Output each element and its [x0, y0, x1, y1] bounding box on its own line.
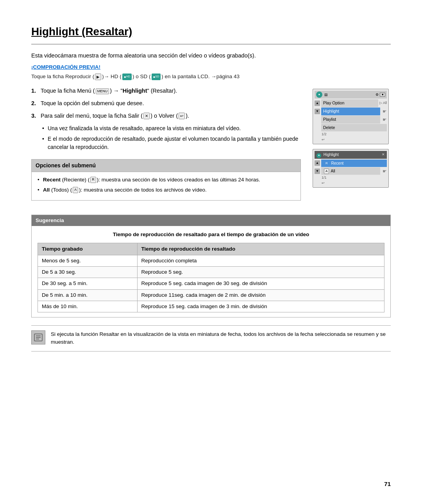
step-1: 1. Toque la ficha Menú (MENU) → "Highlig…: [31, 87, 301, 95]
cell-tiempo-1: De 5 a 30 seg.: [38, 267, 138, 278]
recent-item: R Recent: [321, 160, 387, 167]
intro-text: Esta videocámara muestra de forma aleato…: [31, 52, 391, 60]
step-2: 2. Toque la opción del submenú que desee…: [31, 99, 301, 108]
menu-nav-2: ▲ R Recent ▼ A All ☛: [315, 160, 387, 176]
menu-main-icon: ●: [316, 91, 322, 98]
nav-down-2: ▼: [315, 169, 320, 174]
col-tiempo-reproduccion: Tiempo de reproducción de resaltado: [137, 243, 384, 255]
highlight-item: Highlight: [321, 108, 380, 115]
note-box: Si ejecuta la función Resaltar en la vis…: [31, 325, 391, 352]
step-3: 3. Para salir del menú, toque la ficha S…: [31, 112, 301, 120]
sugerencia-box: Sugerencia Tiempo de reproducción de res…: [31, 215, 391, 317]
all-item: A All: [321, 167, 380, 175]
menu-nav-1: ▲ Play Option ▷ All ▼ Highlight ☛ Playli…: [315, 99, 387, 132]
table-row: De 30 seg. a 5 min. Reproduce 5 seg. cad…: [38, 278, 384, 289]
page-indicator-2: 1/1: [315, 175, 387, 181]
cell-tiempo-2: De 30 seg. a 5 min.: [38, 278, 138, 289]
steps-list: 1. Toque la ficha Menú (MENU) → "Highlig…: [31, 87, 301, 120]
play-option-right: ▷ All: [379, 100, 387, 106]
menu-header-1: ● ▤ ⚙ ■: [315, 91, 387, 99]
submenu-all: All (Todos) (A): muestra una sección de …: [38, 186, 295, 194]
table-header: Tiempo grabado Tiempo de reproducción de…: [38, 243, 384, 255]
play-option-row: ▲ Play Option ▷ All: [315, 99, 387, 107]
cell-tiempo-3: De 5 min. a 10 min.: [38, 289, 138, 301]
sugerencia-title: Sugerencia: [32, 215, 390, 226]
highlight-row: ▼ Highlight ☛: [315, 108, 387, 115]
close-icon: ✕: [382, 152, 385, 158]
note-text: Si ejecuta la función Resaltar en la vis…: [51, 330, 391, 346]
cell-repro-4: Reproduce 15 seg. cada imagen de 3 min. …: [137, 301, 384, 312]
submenu-box-title: Opciones del submenú: [32, 160, 300, 172]
menu-header-icons: ⚙ ■: [376, 92, 385, 98]
table-row: De 5 a 30 seg. Reproduce 5 seg.: [38, 267, 384, 278]
submenu-box: Opciones del submenú Recent (Reciente) (…: [31, 159, 301, 201]
nav-up-2: ▲: [315, 160, 320, 166]
recent-row: ▲ R Recent: [315, 160, 387, 167]
cell-repro-2: Reproduce 5 seg. cada imagen de 30 seg. …: [137, 278, 384, 289]
left-content: 1. Toque la ficha Menú (MENU) → "Highlig…: [31, 87, 301, 207]
submenu-recent: Recent (Reciente) (R): muestra una secci…: [38, 176, 295, 184]
delete-row: Delete: [315, 124, 387, 132]
menu-icon-2: ●: [316, 153, 321, 158]
table-row: Menos de 5 seg. Reproducción completa: [38, 255, 384, 266]
nav-down-arrow: ▼: [315, 109, 320, 114]
menu-ui-1: ● ▤ ⚙ ■ ▲ Play Option ▷ All ▼ Highlight: [313, 89, 389, 144]
sugerencia-content: Tiempo de reproducción de resaltado para…: [32, 226, 390, 317]
nav-up-arrow: ▲: [315, 100, 320, 106]
back-1: ↩: [315, 137, 387, 143]
comprobacion-link: ¡COMPROBACIÓN PREVIA!: [31, 63, 391, 71]
menu-ui-2: ● Highlight ✕ ▲ R Recent ▼ A Al: [313, 149, 389, 188]
note-icon: [31, 330, 45, 344]
sub-bullets: Una vez finalizada la vista de resaltado…: [42, 124, 301, 151]
page-indicator-1: 1/2: [315, 132, 387, 137]
submenu-options: Recent (Reciente) (R): muestra una secci…: [32, 172, 300, 201]
menu-title-bar-2: ● Highlight ✕: [315, 151, 387, 158]
header-icon-battery: ■: [380, 93, 385, 97]
cell-repro-1: Reproduce 5 seg.: [137, 267, 384, 278]
touch-1: ☛: [383, 108, 387, 115]
table-row: De 5 min. a 10 min. Reproduce 11seg. cad…: [38, 289, 384, 301]
back-2: ↩: [315, 181, 387, 186]
cell-tiempo-0: Menos de 5 seg.: [38, 255, 138, 266]
sub-bullet-1: Una vez finalizada la vista de resaltado…: [42, 124, 301, 133]
play-option-item: Play Option: [321, 99, 378, 107]
cell-repro-3: Reproduce 11seg. cada imagen de 2 min. d…: [137, 289, 384, 301]
table-body: Menos de 5 seg. Reproducción completa De…: [38, 255, 384, 312]
sugerencia-table: Tiempo grabado Tiempo de reproducción de…: [38, 243, 384, 313]
sugerencia-subtitle: Tiempo de reproducción de resaltado para…: [38, 231, 384, 239]
playlist-item: Playlist: [321, 116, 380, 124]
touch-3: ☛: [383, 168, 387, 175]
all-row: ▼ A All ☛: [315, 167, 387, 175]
table-row: Más de 10 min. Reproduce 15 seg. cada im…: [38, 301, 384, 312]
touch-2: ☛: [383, 116, 387, 123]
cell-tiempo-4: Más de 10 min.: [38, 301, 138, 312]
col-tiempo-grabado: Tiempo grabado: [38, 243, 138, 255]
sub-bullet-2: E el modo de reproducción de resaltado, …: [42, 135, 301, 151]
right-content: ● ▤ ⚙ ■ ▲ Play Option ▷ All ▼ Highlight: [313, 89, 391, 207]
playlist-row: Playlist ☛: [315, 116, 387, 124]
prereq-text: Toque la ficha Reproducir (▶)→ HD (●HD) …: [31, 73, 391, 81]
table-header-row: Tiempo grabado Tiempo de reproducción de…: [38, 243, 384, 255]
delete-item: Delete: [321, 124, 387, 132]
page-number: 71: [384, 480, 391, 489]
cell-repro-0: Reproducción completa: [137, 255, 384, 266]
page-title: Highlight (Resaltar): [31, 23, 391, 45]
